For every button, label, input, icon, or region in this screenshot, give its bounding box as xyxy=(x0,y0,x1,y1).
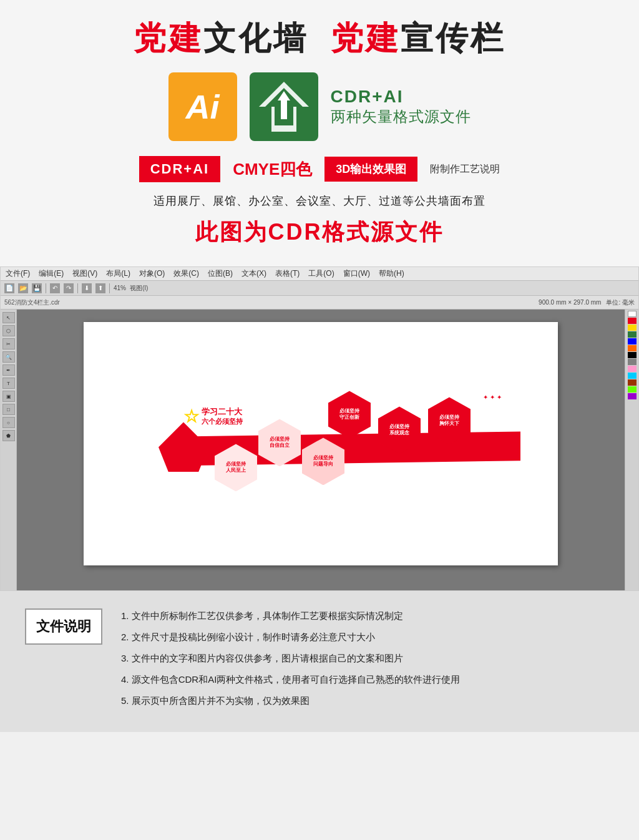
crop-tool[interactable]: ✂ xyxy=(2,338,15,349)
divider3 xyxy=(109,283,110,293)
dimensions: 900.0 mm × 297.0 mm xyxy=(539,299,601,306)
export-icon[interactable]: ⬆ xyxy=(95,283,105,293)
app-canvas-area: ☆ 学习二十大 六个必须坚持 必须坚持守正创新 必须坚持系统观念 必须坚持胸怀天… xyxy=(17,310,625,591)
color-red[interactable] xyxy=(628,318,637,324)
menu-table[interactable]: 表格(T) xyxy=(275,268,300,279)
title-red-1: 党建 xyxy=(134,20,203,56)
badge-row: CDR+AI CMYE四色 3D输出效果图 附制作工艺说明 xyxy=(25,156,614,182)
zoom-tool[interactable]: 🔍 xyxy=(2,351,15,363)
color-yellow[interactable] xyxy=(628,325,637,331)
color-lime[interactable] xyxy=(628,386,637,393)
import-icon[interactable]: ⬇ xyxy=(82,283,92,293)
menu-text[interactable]: 文本(X) xyxy=(241,268,266,279)
doc-name: 562消防文4栏主.cdr xyxy=(4,298,60,307)
color-brown[interactable] xyxy=(628,379,637,386)
app-right-panel xyxy=(625,310,638,591)
menu-bitmap[interactable]: 位图(B) xyxy=(208,268,233,279)
title-red-2: 党建 xyxy=(331,20,401,56)
desc-line2: 两种矢量格式源文件 xyxy=(331,107,471,127)
app-menubar: 文件(F) 编辑(E) 视图(V) 布局(L) 对象(O) 效果(C) 位图(B… xyxy=(1,267,638,281)
badge-note: 附制作工艺说明 xyxy=(430,163,500,176)
text-tool[interactable]: T xyxy=(2,378,15,389)
undo-icon[interactable]: ↶ xyxy=(50,283,60,293)
color-purple[interactable] xyxy=(628,393,637,399)
file-label-text: 文件说明 xyxy=(36,617,91,636)
party-star: ☆ xyxy=(183,406,199,427)
top-section: 党建文化墙 党建宣传栏 Ai CDR+AI 两种矢量格式源文件 CDR+AI C… xyxy=(0,0,639,266)
note-2: 2. 文件尺寸是投稿比例缩小设计，制作时请务必注意尺寸大小 xyxy=(121,630,614,645)
note-4: 4. 源文件包含CDR和AI两种文件格式，使用者可自行选择自己熟悉的软件进行使用 xyxy=(121,672,614,687)
shape-tool[interactable]: ⬡ xyxy=(2,325,15,336)
view-mode: 视图(I) xyxy=(130,284,148,293)
pen-tool[interactable]: ✒ xyxy=(2,364,15,376)
color-white[interactable] xyxy=(628,311,637,317)
save-icon[interactable]: 💾 xyxy=(32,283,42,293)
title-black-2: 宣传栏 xyxy=(401,20,505,56)
menu-tools[interactable]: 工具(O) xyxy=(308,268,334,279)
menu-effect[interactable]: 效果(C) xyxy=(173,268,199,279)
study-subtitle: 六个必须坚持 xyxy=(202,417,243,426)
menu-object[interactable]: 对象(O) xyxy=(139,268,165,279)
color-blue[interactable] xyxy=(628,338,637,344)
badge-3d: 3D输出效果图 xyxy=(324,157,417,182)
ellipse-tool[interactable]: ○ xyxy=(2,417,15,428)
new-icon[interactable]: 📄 xyxy=(4,283,14,293)
color-green[interactable] xyxy=(628,331,637,338)
software-row: Ai CDR+AI 两种矢量格式源文件 xyxy=(25,72,614,141)
badge-cdr-ai: CDR+AI xyxy=(139,156,221,182)
app-left-tools: ↖ ⬡ ✂ 🔍 ✒ T ▣ □ ○ ⬟ xyxy=(1,310,17,591)
file-label-box: 文件说明 xyxy=(25,608,102,645)
main-title: 党建文化墙 党建宣传栏 xyxy=(25,19,614,57)
hex1: 必须坚持守正创新 xyxy=(328,391,371,438)
select-tool[interactable]: ↖ xyxy=(2,312,15,323)
note-3: 3. 文件中的文字和图片内容仅供参考，图片请根据自己的文案和图片 xyxy=(121,651,614,666)
party-design: ☆ 学习二十大 六个必须坚持 必须坚持守正创新 必须坚持系统观念 必须坚持胸怀天… xyxy=(121,388,520,500)
cdr-icon xyxy=(250,72,318,141)
polygon-tool[interactable]: ⬟ xyxy=(2,430,15,441)
color-orange[interactable] xyxy=(628,345,637,351)
color-cyan[interactable] xyxy=(628,373,637,379)
app-toolbar2: 562消防文4栏主.cdr 900.0 mm × 297.0 mm 单位: 毫米 xyxy=(1,296,638,310)
canvas-paper: ☆ 学习二十大 六个必须坚持 必须坚持守正创新 必须坚持系统观念 必须坚持胸怀天… xyxy=(84,322,558,565)
note-5: 5. 展示页中所含图片并不为实物，仅为效果图 xyxy=(121,693,614,708)
menu-view[interactable]: 视图(V) xyxy=(72,268,97,279)
redo-icon[interactable]: ↷ xyxy=(64,283,74,293)
app-body: ↖ ⬡ ✂ 🔍 ✒ T ▣ □ ○ ⬟ xyxy=(1,310,638,591)
rect-tool[interactable]: □ xyxy=(2,404,15,415)
notes-list: 1. 文件中所标制作工艺仅供参考，具体制作工艺要根据实际情况制定 2. 文件尺寸… xyxy=(121,608,614,715)
menu-layout[interactable]: 布局(L) xyxy=(106,268,130,279)
menu-window[interactable]: 窗口(W) xyxy=(343,268,370,279)
party-title-area: ☆ 学习二十大 六个必须坚持 xyxy=(183,406,243,427)
zoom-level: 41% xyxy=(114,285,126,291)
units: 单位: 毫米 xyxy=(606,298,635,307)
bottom-section: 文件说明 1. 文件中所标制作工艺仅供参考，具体制作工艺要根据实际情况制定 2.… xyxy=(0,591,639,732)
app-preview: 文件(F) 编辑(E) 视图(V) 布局(L) 对象(O) 效果(C) 位图(B… xyxy=(0,266,639,591)
title-black-1: 文化墙 xyxy=(203,20,308,56)
study-title: 学习二十大 xyxy=(202,408,243,416)
menu-file[interactable]: 文件(F) xyxy=(6,268,30,279)
usage-text: 适用展厅、展馆、办公室、会议室、大厅、过道等公共墙面布置 xyxy=(25,193,614,208)
note-1: 1. 文件中所标制作工艺仅供参考，具体制作工艺要根据实际情况制定 xyxy=(121,608,614,623)
app-toolbar: 📄 📂 💾 ↶ ↷ ⬇ ⬆ 41% 视图(I) xyxy=(1,281,638,296)
color-black[interactable] xyxy=(628,352,637,358)
color-gray[interactable] xyxy=(628,359,637,365)
ai-icon: Ai xyxy=(168,72,237,141)
fill-tool[interactable]: ▣ xyxy=(2,391,15,402)
desc-line1: CDR+AI xyxy=(331,87,471,107)
divider2 xyxy=(77,283,78,293)
divider xyxy=(46,283,46,293)
birds-deco: ✦ ✦ ✦ xyxy=(483,394,502,401)
red-shape-left xyxy=(159,422,208,472)
badge-cmye: CMYE四色 xyxy=(233,159,312,180)
open-icon[interactable]: 📂 xyxy=(18,283,28,293)
color-pink[interactable] xyxy=(628,366,637,372)
software-desc: CDR+AI 两种矢量格式源文件 xyxy=(331,87,471,127)
menu-help[interactable]: 帮助(H) xyxy=(379,268,404,279)
menu-edit[interactable]: 编辑(E) xyxy=(39,268,64,279)
cdr-format-label: 此图为CDR格式源文件 xyxy=(25,217,614,248)
